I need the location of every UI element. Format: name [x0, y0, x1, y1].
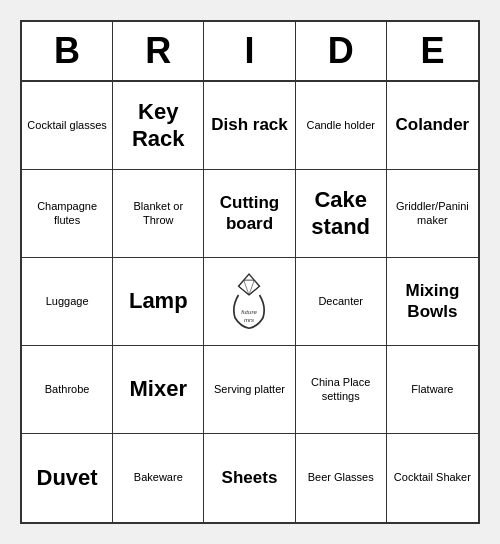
cell-text: Blanket or Throw	[117, 200, 199, 226]
bingo-cell: Beer Glasses	[296, 434, 387, 522]
cell-text: Cocktail Shaker	[394, 471, 471, 484]
bingo-cell: Decanter	[296, 258, 387, 346]
bingo-cell: Lamp	[113, 258, 204, 346]
header-letter: E	[387, 22, 478, 80]
svg-text:mrs: mrs	[244, 316, 254, 323]
cell-text: Bakeware	[134, 471, 183, 484]
cell-text: Bathrobe	[45, 383, 90, 396]
bingo-grid: Cocktail glassesKey RackDish rackCandle …	[22, 82, 478, 522]
cell-text: Sheets	[222, 468, 278, 488]
svg-line-6	[255, 280, 260, 286]
bingo-cell: Key Rack	[113, 82, 204, 170]
header-letter: D	[296, 22, 387, 80]
cell-text: Candle holder	[306, 119, 375, 132]
header-letter: I	[204, 22, 295, 80]
svg-line-5	[239, 280, 244, 286]
cell-text: Dish rack	[211, 115, 288, 135]
header-letter: R	[113, 22, 204, 80]
cell-text: Champagne flutes	[26, 200, 108, 226]
bingo-cell: Luggage	[22, 258, 113, 346]
cell-text: Beer Glasses	[308, 471, 374, 484]
cell-text: Flatware	[411, 383, 453, 396]
header-letter: B	[22, 22, 113, 80]
bingo-cell: Cocktail Shaker	[387, 434, 478, 522]
bingo-cell: Cutting board	[204, 170, 295, 258]
cell-text: Luggage	[46, 295, 89, 308]
bingo-cell: Dish rack	[204, 82, 295, 170]
bingo-cell: Candle holder	[296, 82, 387, 170]
bingo-cell: Bakeware	[113, 434, 204, 522]
bingo-cell: Duvet	[22, 434, 113, 522]
cell-text: Decanter	[318, 295, 363, 308]
cell-text: Cocktail glasses	[27, 119, 106, 132]
bingo-cell: future mrs	[204, 258, 295, 346]
cell-text: Duvet	[37, 465, 98, 491]
cell-text: Griddler/Panini maker	[391, 200, 474, 226]
cell-text: Colander	[396, 115, 470, 135]
bingo-cell: Serving platter	[204, 346, 295, 434]
bingo-cell: Champagne flutes	[22, 170, 113, 258]
bingo-cell: Cake stand	[296, 170, 387, 258]
bingo-cell: Griddler/Panini maker	[387, 170, 478, 258]
bingo-cell: Bathrobe	[22, 346, 113, 434]
cell-text: Serving platter	[214, 383, 285, 396]
cell-text: China Place settings	[300, 376, 382, 402]
bingo-cell: Mixing Bowls	[387, 258, 478, 346]
cell-text: Key Rack	[117, 99, 199, 152]
bingo-cell: China Place settings	[296, 346, 387, 434]
svg-marker-0	[239, 274, 260, 295]
bingo-card: BRIDE Cocktail glassesKey RackDish rackC…	[20, 20, 480, 524]
svg-text:future: future	[242, 308, 258, 315]
cell-text: Lamp	[129, 288, 188, 314]
cell-text: Mixer	[130, 376, 187, 402]
bingo-cell: Cocktail glasses	[22, 82, 113, 170]
bingo-cell: Blanket or Throw	[113, 170, 204, 258]
cell-text: Cutting board	[208, 193, 290, 234]
bingo-cell: Colander	[387, 82, 478, 170]
bingo-cell: Mixer	[113, 346, 204, 434]
bingo-cell: Flatware	[387, 346, 478, 434]
bingo-cell: Sheets	[204, 434, 295, 522]
cell-text: Mixing Bowls	[391, 281, 474, 322]
bingo-header: BRIDE	[22, 22, 478, 82]
cell-text: Cake stand	[300, 187, 382, 240]
